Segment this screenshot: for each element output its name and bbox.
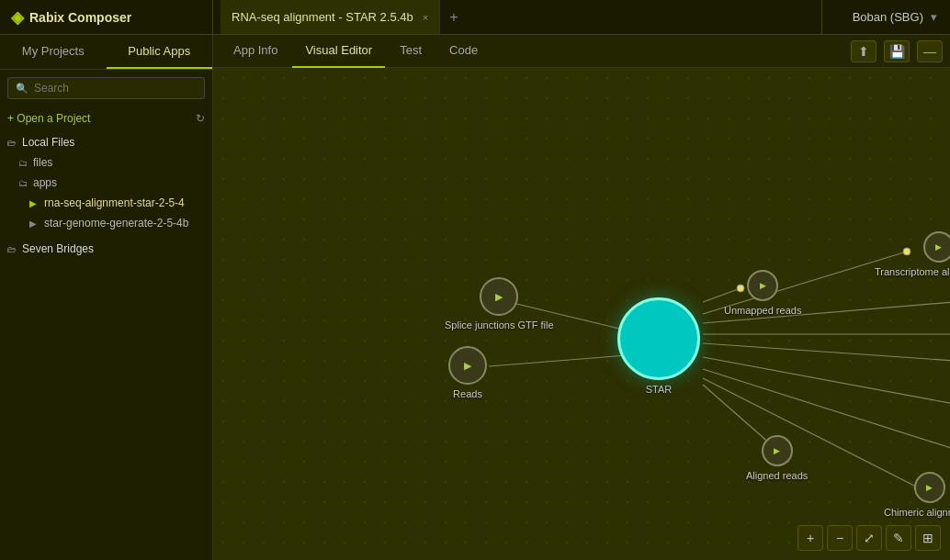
search-input[interactable] — [34, 82, 197, 95]
tree-item-apps[interactable]: 🗂 apps — [0, 173, 212, 193]
tree-item-files[interactable]: 🗂 files — [0, 152, 212, 173]
canvas-toolbar: + − ⤢ ✎ ⊞ — [797, 525, 941, 551]
app-name: Rabix Composer — [29, 10, 131, 25]
connections-svg — [213, 68, 950, 560]
sidebar: My Projects Public Apps 🔍 + Open a Proje… — [0, 35, 213, 560]
tree-item-local-files[interactable]: 🗁 Local Files — [0, 132, 212, 152]
tree-label: star-genome-generate-2-5-4b — [44, 217, 188, 230]
subtab-test[interactable]: Test — [387, 35, 435, 68]
new-tab-button[interactable]: + — [442, 9, 465, 26]
edit-button[interactable]: ✎ — [886, 525, 911, 551]
main-layout: My Projects Public Apps 🔍 + Open a Proje… — [0, 35, 950, 560]
top-bar: ◈ Rabix Composer RNA-seq alignment - STA… — [0, 0, 950, 35]
active-tab[interactable]: RNA-seq alignment - STAR 2.5.4b × — [221, 0, 440, 34]
subtab-actions: ⬆ 💾 — — [851, 40, 943, 62]
node-unmapped[interactable]: ▶ Unmapped reads — [724, 270, 801, 316]
app-logo: ◈ Rabix Composer — [0, 0, 213, 34]
fit-button[interactable]: ⤢ — [856, 525, 882, 551]
node-unmapped-label: Unmapped reads — [724, 305, 801, 316]
user-area: Boban (SBG) ▾ — [821, 0, 950, 34]
tree-item-rna-seq[interactable]: ▶ rna-seq-alignment-star-2-5-4 — [0, 193, 212, 213]
tab-my-projects[interactable]: My Projects — [0, 35, 107, 69]
more-button[interactable]: — — [917, 40, 943, 62]
workflow-icon: ▶ — [29, 198, 40, 208]
tree-label: apps — [33, 176, 57, 189]
sidebar-tabs: My Projects Public Apps — [0, 35, 212, 70]
tree-label: files — [33, 156, 52, 169]
file-tree: 🗁 Local Files 🗂 files 🗂 apps ▶ rna-seq-a… — [0, 130, 212, 261]
grid-button[interactable]: ⊞ — [915, 525, 941, 551]
search-box[interactable]: 🔍 — [7, 77, 205, 99]
node-aligned-label: Aligned reads — [746, 470, 808, 481]
logo-icon: ◈ — [11, 7, 24, 28]
user-name: Boban (SBG) — [853, 10, 923, 24]
svg-line-7 — [703, 357, 950, 417]
open-project-button[interactable]: + Open a Project ↻ — [0, 106, 212, 130]
content-area: App Info Visual Editor Test Code ⬆ 💾 — — [213, 35, 950, 560]
save-button[interactable]: 💾 — [884, 40, 910, 62]
tree-item-seven-bridges[interactable]: 🗁 Seven Bridges — [0, 239, 212, 259]
output-icon: ▶ — [926, 483, 933, 492]
chevron-down-icon[interactable]: ▾ — [931, 10, 937, 24]
zoom-in-button[interactable]: + — [797, 525, 823, 551]
subtab-bar: App Info Visual Editor Test Code ⬆ 💾 — — [213, 35, 950, 68]
zoom-out-button[interactable]: − — [827, 525, 853, 551]
tab-bar: RNA-seq alignment - STAR 2.5.4b × + — [213, 0, 821, 34]
folder-icon: 🗂 — [18, 178, 29, 188]
search-icon: 🔍 — [16, 83, 28, 95]
input-icon: ▶ — [495, 291, 503, 303]
node-splice-gtf-label: Splice junctions GTF file — [445, 319, 554, 330]
subtabs: App Info Visual Editor Test Code — [221, 35, 491, 68]
open-project-label: + Open a Project — [7, 112, 90, 125]
subtab-app-info[interactable]: App Info — [221, 35, 290, 68]
node-transcriptome[interactable]: ▶ Transcriptome aligned reads — [875, 231, 950, 277]
workflow-icon: ▶ — [29, 218, 40, 229]
tab-label: RNA-seq alignment - STAR 2.5.4b — [232, 10, 413, 24]
subtab-code[interactable]: Code — [436, 35, 491, 68]
subtab-visual-editor[interactable]: Visual Editor — [292, 35, 385, 68]
node-chimeric-alignments[interactable]: ▶ Chimeric alignments — [884, 472, 950, 518]
output-icon: ▶ — [774, 446, 780, 455]
svg-line-6 — [703, 343, 950, 371]
tree-label: Seven Bridges — [22, 242, 94, 255]
folder-icon: 🗁 — [7, 244, 18, 254]
upload-button[interactable]: ⬆ — [851, 40, 876, 62]
node-star[interactable]: STAR — [617, 297, 700, 395]
tab-close-button[interactable]: × — [423, 12, 428, 23]
visual-editor-canvas[interactable]: STAR ▶ Splice junctions GTF file ▶ Reads… — [213, 68, 950, 560]
node-splice-gtf[interactable]: ▶ Splice junctions GTF file — [445, 277, 554, 330]
folder-icon: 🗁 — [7, 138, 18, 148]
refresh-icon[interactable]: ↻ — [196, 112, 205, 125]
svg-line-8 — [703, 369, 950, 461]
node-star-label: STAR — [646, 384, 673, 395]
input-icon: ▶ — [464, 360, 471, 372]
node-aligned-reads[interactable]: ▶ Aligned reads — [746, 435, 808, 481]
tree-item-star-genome[interactable]: ▶ star-genome-generate-2-5-4b — [0, 213, 212, 233]
node-transcriptome-label: Transcriptome aligned reads — [875, 266, 950, 277]
node-reads[interactable]: ▶ Reads — [448, 346, 487, 399]
tab-public-apps[interactable]: Public Apps — [107, 35, 213, 69]
tree-label: rna-seq-alignment-star-2-5-4 — [44, 196, 185, 209]
output-icon: ▶ — [935, 242, 942, 252]
output-icon: ▶ — [760, 281, 766, 290]
tree-label: Local Files — [22, 136, 74, 149]
node-chimeric-align-label: Chimeric alignments — [884, 507, 950, 518]
folder-icon: 🗂 — [18, 158, 29, 168]
node-reads-label: Reads — [453, 388, 482, 399]
